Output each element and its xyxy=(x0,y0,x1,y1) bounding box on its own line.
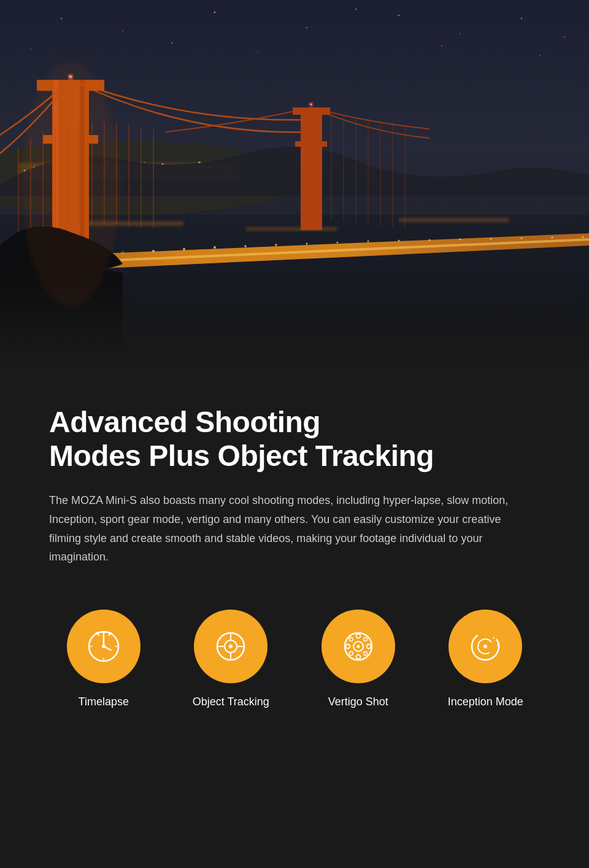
svg-point-1 xyxy=(61,18,62,19)
inception-mode-icon xyxy=(467,628,504,665)
vertigo-shot-icon xyxy=(340,628,377,665)
object-tracking-icon xyxy=(212,628,249,665)
svg-point-90 xyxy=(398,240,400,242)
svg-point-119 xyxy=(356,634,360,638)
svg-point-124 xyxy=(363,651,367,655)
description-text: The MOZA Mini-S also boasts many cool sh… xyxy=(49,491,528,566)
svg-point-134 xyxy=(498,642,499,644)
vertigo-shot-icon-circle xyxy=(321,610,395,683)
content-section: Advanced Shooting Modes Plus Object Trac… xyxy=(0,368,589,758)
svg-rect-66 xyxy=(301,107,322,230)
svg-point-123 xyxy=(349,637,353,641)
inception-mode-icon-circle xyxy=(448,610,522,683)
svg-point-8 xyxy=(564,36,565,37)
svg-rect-68 xyxy=(295,141,327,147)
svg-point-98 xyxy=(21,61,120,307)
features-row: Timelapse Object Tracking xyxy=(49,610,540,708)
svg-point-87 xyxy=(306,243,308,245)
svg-point-82 xyxy=(152,250,155,252)
svg-point-10 xyxy=(171,42,172,44)
timelapse-label: Timelapse xyxy=(79,696,129,708)
svg-point-14 xyxy=(539,55,540,55)
feature-item-inception-mode: Inception Mode xyxy=(431,610,541,708)
svg-point-125 xyxy=(363,637,367,641)
main-heading: Advanced Shooting Modes Plus Object Trac… xyxy=(49,405,540,473)
svg-point-2 xyxy=(122,30,123,31)
svg-point-91 xyxy=(429,239,431,241)
svg-point-120 xyxy=(356,654,360,659)
inception-mode-label: Inception Mode xyxy=(448,696,523,708)
svg-point-127 xyxy=(356,645,360,648)
svg-point-88 xyxy=(337,242,339,244)
svg-point-83 xyxy=(183,248,185,250)
svg-point-7 xyxy=(521,18,522,19)
object-tracking-icon-circle xyxy=(194,610,268,683)
svg-point-11 xyxy=(257,52,258,52)
feature-item-vertigo-shot: Vertigo Shot xyxy=(304,610,413,708)
feature-item-object-tracking: Object Tracking xyxy=(177,610,286,708)
svg-point-85 xyxy=(244,245,247,247)
svg-point-89 xyxy=(368,241,369,242)
object-tracking-label: Object Tracking xyxy=(193,696,269,708)
hero-image xyxy=(0,0,589,368)
svg-point-112 xyxy=(229,645,233,648)
timelapse-icon-circle xyxy=(67,610,141,683)
svg-point-96 xyxy=(582,236,584,238)
svg-rect-42 xyxy=(245,227,337,231)
svg-point-81 xyxy=(121,252,124,254)
svg-point-13 xyxy=(441,45,442,47)
svg-point-95 xyxy=(552,237,553,239)
svg-point-3 xyxy=(214,12,215,13)
svg-point-131 xyxy=(483,645,487,648)
svg-point-4 xyxy=(306,27,307,28)
svg-point-92 xyxy=(460,239,461,241)
svg-point-94 xyxy=(521,238,523,239)
svg-rect-43 xyxy=(399,218,509,222)
svg-point-132 xyxy=(493,637,495,638)
svg-point-9 xyxy=(30,48,31,49)
svg-point-121 xyxy=(345,644,350,648)
svg-point-126 xyxy=(349,651,353,655)
svg-point-70 xyxy=(310,104,312,106)
timelapse-icon xyxy=(85,628,122,665)
svg-point-122 xyxy=(366,644,371,648)
svg-point-86 xyxy=(275,244,277,246)
svg-point-93 xyxy=(490,238,492,240)
svg-point-133 xyxy=(496,639,498,641)
svg-point-12 xyxy=(355,9,356,10)
feature-item-timelapse: Timelapse xyxy=(49,610,158,708)
svg-point-84 xyxy=(214,246,216,249)
vertigo-shot-label: Vertigo Shot xyxy=(328,696,388,708)
svg-point-6 xyxy=(460,33,460,34)
svg-line-102 xyxy=(104,646,111,650)
svg-point-5 xyxy=(398,15,399,16)
